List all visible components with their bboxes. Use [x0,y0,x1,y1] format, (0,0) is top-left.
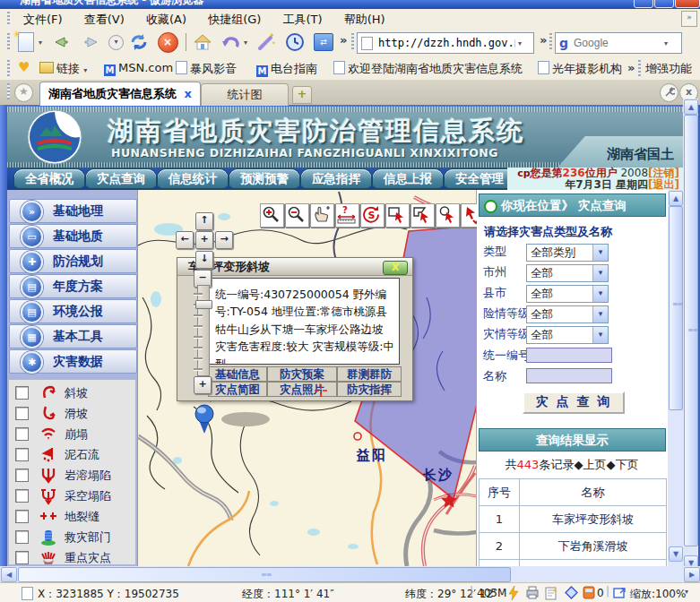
popup-tab-group-monitor[interactable]: 群测群防 [337,366,402,382]
nav-forecast[interactable]: 预测预警 [229,169,299,188]
select-polygon-button[interactable] [410,203,435,228]
scroll-left-icon[interactable]: ◀ [1,567,17,582]
layer-row-landslide[interactable]: 滑坡 [9,403,135,424]
menu-tools[interactable]: 工具(T) [274,10,332,30]
scroll-down-icon[interactable]: ▼ [669,546,683,562]
checkbox[interactable] [15,386,29,400]
zoom-slider-handle[interactable] [195,300,212,309]
search-input[interactable] [572,36,661,50]
chevron-down-icon[interactable]: ▾ [592,265,608,281]
zoom-in-button[interactable] [260,203,284,228]
logout-link[interactable]: [注销] [648,167,679,179]
layer-row-ground-fissure[interactable]: 地裂缝 [9,506,135,527]
map-viewport[interactable]: 益阳 长沙 ? S ↑ ← + → ↓ − [137,190,477,566]
popup-tab-prevention-plan[interactable]: 防灾预案 [267,366,337,382]
pan-left-button[interactable]: ← [176,231,194,249]
new-note-icon[interactable]: ✦ [545,586,558,600]
popup-close-icon[interactable]: X [383,261,408,275]
city-select[interactable]: 全部▾ [526,264,609,282]
layer-row-key-points[interactable]: 重点灾点 [9,547,135,568]
nav-emergency[interactable]: 应急指挥 [301,169,371,188]
zoom-out-button[interactable] [285,203,309,228]
select-rect-button[interactable] [385,203,410,228]
enhance-menu[interactable]: 增强功能 [645,61,692,77]
layer-row-debris-flow[interactable]: 泥石流 [9,444,135,465]
maximize-button[interactable] [654,0,674,8]
close-button[interactable] [675,0,700,8]
disaster-level-select[interactable]: 全部▾ [526,326,609,344]
popup-tab-sketch[interactable]: 灾点简图 [208,382,267,397]
tab-tools-wrench-icon[interactable] [660,83,678,102]
layer-row-collapse[interactable]: 崩塌 [9,424,135,444]
scrollbar-thumb[interactable]: ≡≡ [18,567,511,582]
counter-widget-icon[interactable] [583,586,595,599]
window-panel-button[interactable]: ⇄ [312,30,335,54]
checkbox[interactable] [15,489,29,503]
chevron-down-icon[interactable]: ▾ [592,286,608,302]
risk-level-select[interactable]: 全部▾ [526,305,609,323]
favorites-star-icon[interactable]: ★ [14,83,33,102]
name-input[interactable] [526,368,612,383]
menu-favorites[interactable]: 收藏(A) [137,10,195,30]
menubar-collapse-icon[interactable]: » [681,11,697,27]
sidebar-item-disaster-data[interactable]: ✱灾害数据 [9,349,137,374]
links-overflow-icon[interactable]: » [627,61,635,74]
nav-stats[interactable]: 信息统计 [158,169,228,188]
checkbox[interactable] [15,448,29,461]
select-circle-button[interactable] [436,203,460,228]
minimize-button[interactable] [634,0,653,8]
pan-center-button[interactable]: + [195,231,213,249]
new-page-button[interactable]: ✳ [14,30,38,54]
urlbar-overflow-icon[interactable]: » [540,33,547,47]
forward-button[interactable] [79,30,102,54]
county-select[interactable]: 全部▾ [526,285,609,303]
exit-link[interactable]: [退出] [648,178,679,191]
sidebar-item-env-bulletin[interactable]: ▤环境公报 [9,299,137,323]
identify-button[interactable] [461,203,477,228]
layer-row-slope[interactable]: 斜坡 [9,383,135,403]
toolbar-grip[interactable] [7,33,10,51]
linksbar-grip[interactable] [7,60,10,76]
checkbox[interactable] [15,427,29,441]
checkbox[interactable] [15,551,29,564]
panel-scrollbar[interactable]: ▲ ≡≡ ▼ [668,190,683,566]
printer-icon[interactable] [525,586,540,599]
layer-row-relief-dept[interactable]: 救灾部门 [9,527,135,547]
table-row[interactable]: 2下岩角溪滑坡 [480,533,667,560]
prev-page-link[interactable]: ◆上页 [574,458,606,471]
nav-report[interactable]: 信息上报 [373,169,443,188]
browser-scrollbar[interactable]: ▲ ≡≡ ▼ [683,99,698,582]
full-extent-button[interactable]: S [360,203,385,228]
menubar-grip[interactable] [7,12,10,25]
undo-button[interactable] [220,30,243,54]
measure-button[interactable]: ? [335,203,359,228]
query-button[interactable]: 灾 点 查 询 [523,391,625,414]
layer-row-karst-collapse[interactable]: 岩溶塌陷 [9,465,135,486]
checkbox[interactable] [15,407,29,420]
scrollbar-thumb[interactable]: ≡≡ [684,115,698,546]
tab-chart[interactable]: 统计图 [201,83,289,106]
checkbox[interactable] [15,510,29,523]
chevron-down-icon[interactable]: ▾ [592,306,608,322]
new-tab-button[interactable]: + [292,86,312,104]
url-input[interactable] [376,36,514,50]
scroll-up-icon[interactable]: ▲ [669,191,683,206]
refresh-button[interactable] [127,30,151,54]
scrollbar-thumb[interactable]: ≡≡ [669,206,683,410]
horizontal-scrollbar[interactable]: ◀ ≡≡ ▶ [0,566,700,582]
checkbox[interactable] [15,530,29,544]
resize-window-icon[interactable] [613,586,627,599]
type-select[interactable]: 全部类别▾ [526,244,609,262]
scroll-right-icon[interactable]: ▶ [684,567,700,582]
nav-security[interactable]: 安全管理 [445,169,514,188]
history-dropdown-icon[interactable]: ▾ [108,35,124,50]
diamond-icon[interactable] [565,586,578,599]
sidebar-item-basic-tools[interactable]: ▦基本工具 [9,324,137,348]
tab-close-icon[interactable]: x [185,87,192,100]
chevron-down-icon[interactable]: ▾ [592,245,608,261]
enhance-grip[interactable] [638,60,641,76]
menu-view[interactable]: 查看(V) [75,10,134,30]
link-storm[interactable]: 暴风影音 [176,61,237,77]
nav-query[interactable]: 灾点查询 [86,169,156,188]
unified-id-input[interactable] [526,348,612,363]
